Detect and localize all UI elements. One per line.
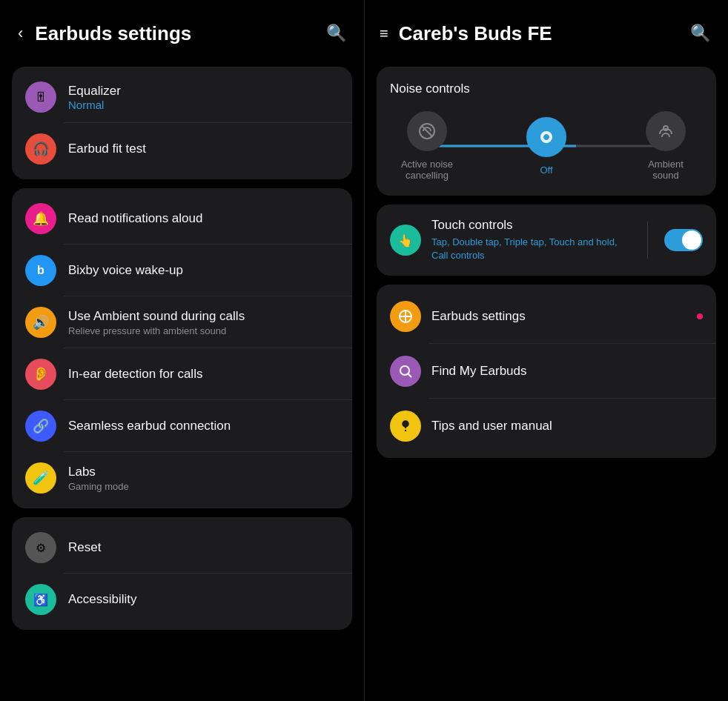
equalizer-icon: 🎚 bbox=[25, 82, 56, 113]
noise-controls-card: Noise controls Active noise cancelling bbox=[377, 67, 716, 196]
card-group3: ⚙ Reset ♿ Accessibility bbox=[12, 517, 352, 630]
right-item-find-earbuds[interactable]: Find My Earbuds bbox=[377, 344, 716, 399]
right-panel: ≡ Careb's Buds FE 🔍 Noise controls Activ… bbox=[364, 0, 728, 701]
noise-slider[interactable]: Active noise cancelling Off bbox=[390, 111, 703, 181]
reset-label: Reset bbox=[68, 540, 101, 555]
read-notifications-icon: 🔔 bbox=[25, 203, 56, 234]
tips-manual-icon bbox=[390, 411, 421, 442]
read-notifications-text: Read notifications aloud bbox=[68, 211, 202, 226]
reset-icon: ⚙ bbox=[25, 532, 56, 563]
back-button[interactable]: ‹ bbox=[15, 21, 26, 46]
ambient-calls-text: Use Ambient sound during calls Relieve p… bbox=[68, 309, 245, 336]
settings-item-labs[interactable]: 🧪 Labs Gaming mode bbox=[12, 452, 352, 504]
off-circle bbox=[526, 117, 566, 157]
touch-icon: 👆 bbox=[390, 225, 421, 256]
earbud-fit-label: Earbud fit test bbox=[68, 142, 146, 156]
notification-dot bbox=[697, 313, 703, 319]
right-header: ≡ Careb's Buds FE 🔍 bbox=[377, 15, 716, 58]
settings-item-equalizer[interactable]: 🎚 Equalizer Normal bbox=[12, 71, 352, 123]
right-header-left: ≡ Careb's Buds FE bbox=[380, 22, 552, 45]
tips-manual-label: Tips and user manual bbox=[431, 419, 552, 433]
find-earbuds-icon bbox=[390, 356, 421, 387]
in-ear-text: In-ear detection for calls bbox=[68, 367, 202, 382]
right-item-earbuds-settings[interactable]: Earbuds settings bbox=[377, 289, 716, 344]
earbud-fit-icon: 🎧 bbox=[25, 133, 56, 165]
bottom-card: Earbuds settings Find My Earbuds Tips an… bbox=[377, 285, 716, 458]
left-header-left: ‹ Earbuds settings bbox=[15, 21, 191, 46]
touch-sublabel: Tap, Double tap, Triple tap, Touch and h… bbox=[431, 236, 631, 262]
settings-item-ambient-calls[interactable]: 🔊 Use Ambient sound during calls Relieve… bbox=[12, 296, 352, 348]
noise-option-anc[interactable]: Active noise cancelling bbox=[397, 111, 457, 181]
off-label: Off bbox=[540, 165, 552, 176]
ambient-calls-label: Use Ambient sound during calls bbox=[68, 309, 245, 324]
left-search-button[interactable]: 🔍 bbox=[323, 21, 349, 46]
accessibility-text: Accessibility bbox=[68, 592, 137, 607]
touch-divider bbox=[647, 222, 648, 259]
equalizer-text: Equalizer Normal bbox=[68, 84, 121, 111]
in-ear-label: In-ear detection for calls bbox=[68, 367, 202, 382]
labs-sublabel: Gaming mode bbox=[68, 481, 129, 492]
card-group2: 🔔 Read notifications aloud b Bixby voice… bbox=[12, 188, 352, 508]
seamless-text: Seamless earbud connection bbox=[68, 419, 231, 433]
accessibility-label: Accessibility bbox=[68, 592, 137, 607]
noise-option-ambient[interactable]: Ambient sound bbox=[636, 111, 695, 181]
noise-controls-title: Noise controls bbox=[390, 82, 703, 96]
settings-item-read-notifications[interactable]: 🔔 Read notifications aloud bbox=[12, 193, 352, 245]
labs-label: Labs bbox=[68, 465, 129, 479]
noise-option-off[interactable]: Off bbox=[526, 117, 566, 176]
reset-text: Reset bbox=[68, 540, 101, 555]
left-header: ‹ Earbuds settings 🔍 bbox=[12, 15, 352, 58]
bixby-label: Bixby voice wake-up bbox=[68, 263, 183, 278]
anc-label: Active noise cancelling bbox=[397, 159, 457, 181]
bixby-icon: b bbox=[25, 255, 56, 286]
ambient-circle bbox=[646, 111, 686, 151]
earbud-fit-text: Earbud fit test bbox=[68, 142, 146, 156]
settings-item-earbud-fit[interactable]: 🎧 Earbud fit test bbox=[12, 123, 352, 175]
settings-item-seamless[interactable]: 🔗 Seamless earbud connection bbox=[12, 400, 352, 452]
find-earbuds-label: Find My Earbuds bbox=[431, 364, 527, 379]
ambient-calls-icon: 🔊 bbox=[25, 307, 56, 338]
svg-point-6 bbox=[400, 366, 409, 375]
left-page-title: Earbuds settings bbox=[35, 22, 191, 45]
right-page-title: Careb's Buds FE bbox=[399, 22, 552, 45]
labs-icon: 🧪 bbox=[25, 462, 56, 494]
ambient-label: Ambient sound bbox=[636, 159, 695, 181]
right-search-button[interactable]: 🔍 bbox=[687, 21, 713, 46]
labs-text: Labs Gaming mode bbox=[68, 465, 129, 492]
settings-item-in-ear[interactable]: 👂 In-ear detection for calls bbox=[12, 348, 352, 400]
read-notifications-label: Read notifications aloud bbox=[68, 211, 202, 226]
earbuds-settings-icon bbox=[390, 301, 421, 332]
svg-line-7 bbox=[408, 374, 412, 378]
ambient-calls-sublabel: Relieve pressure with ambient sound bbox=[68, 325, 245, 336]
equalizer-sublabel: Normal bbox=[68, 99, 121, 111]
touch-inner: 👆 Touch controls Tap, Double tap, Triple… bbox=[390, 218, 703, 262]
touch-text: Touch controls Tap, Double tap, Triple t… bbox=[431, 218, 631, 262]
seamless-icon: 🔗 bbox=[25, 411, 56, 442]
right-item-tips-manual[interactable]: Tips and user manual bbox=[377, 399, 716, 454]
accessibility-icon: ♿ bbox=[25, 584, 56, 615]
toggle-knob bbox=[682, 230, 701, 250]
touch-label: Touch controls bbox=[431, 218, 631, 233]
equalizer-label: Equalizer bbox=[68, 84, 121, 99]
left-panel: ‹ Earbuds settings 🔍 🎚 Equalizer Normal … bbox=[0, 0, 364, 701]
anc-circle bbox=[407, 111, 447, 151]
in-ear-icon: 👂 bbox=[25, 359, 56, 390]
settings-item-bixby[interactable]: b Bixby voice wake-up bbox=[12, 245, 352, 296]
settings-item-accessibility[interactable]: ♿ Accessibility bbox=[12, 574, 352, 625]
bixby-text: Bixby voice wake-up bbox=[68, 263, 183, 278]
touch-controls-card: 👆 Touch controls Tap, Double tap, Triple… bbox=[377, 205, 716, 276]
seamless-label: Seamless earbud connection bbox=[68, 419, 231, 433]
card-group1: 🎚 Equalizer Normal 🎧 Earbud fit test bbox=[12, 67, 352, 179]
touch-toggle[interactable] bbox=[664, 229, 703, 251]
settings-item-reset[interactable]: ⚙ Reset bbox=[12, 522, 352, 574]
hamburger-icon[interactable]: ≡ bbox=[380, 25, 388, 42]
earbuds-settings-label: Earbuds settings bbox=[431, 309, 526, 324]
